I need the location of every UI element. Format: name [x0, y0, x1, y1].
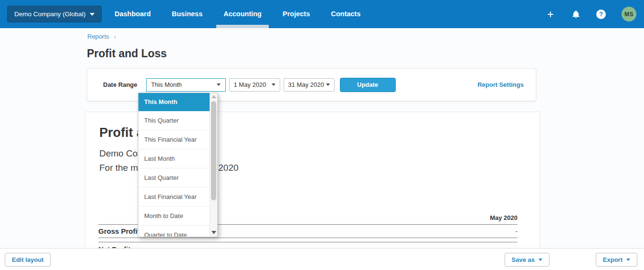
- help-icon[interactable]: ?: [596, 10, 606, 19]
- bell-icon[interactable]: [571, 10, 581, 19]
- chevron-down-icon: [326, 83, 330, 86]
- chevron-down-icon: [538, 259, 542, 261]
- row-value: -: [516, 228, 517, 235]
- nav-item-business[interactable]: Business: [165, 0, 210, 28]
- edit-layout-button[interactable]: Edit layout: [5, 253, 51, 267]
- chevron-down-icon: [272, 83, 275, 86]
- page-title: Profit and Loss: [87, 47, 167, 60]
- edit-layout-label: Edit layout: [12, 256, 43, 263]
- dropdown-option-last-financial-year[interactable]: Last Financial Year: [138, 187, 211, 207]
- breadcrumb-separator: ›: [114, 34, 116, 40]
- company-selector-label: Demo Company (Global): [14, 10, 85, 18]
- nav-item-dashboard[interactable]: Dashboard: [107, 0, 158, 28]
- column-header-period: May 2020: [490, 214, 517, 221]
- date-range-select[interactable]: This Month: [146, 78, 226, 92]
- date-range-label: Date Range: [103, 81, 137, 88]
- dropdown-option-month-to-date[interactable]: Month to Date: [138, 207, 211, 226]
- update-button[interactable]: Update: [340, 78, 396, 92]
- table-divider: [98, 238, 517, 242]
- company-selector[interactable]: Demo Company (Global): [7, 6, 102, 22]
- dropdown-scrollbar[interactable]: [210, 93, 217, 237]
- save-as-label: Save as: [512, 256, 535, 263]
- scrollbar-thumb[interactable]: [211, 101, 216, 200]
- dropdown-option-last-month[interactable]: Last Month: [138, 149, 211, 168]
- scroll-down-icon[interactable]: [211, 231, 216, 234]
- dropdown-options-list: This Month This Quarter This Financial Y…: [138, 93, 211, 237]
- footer-bar: Edit layout Save as Export: [0, 248, 644, 270]
- chevron-down-icon: [217, 83, 221, 86]
- nav-item-projects[interactable]: Projects: [275, 0, 317, 28]
- date-range-dropdown: This Month This Quarter This Financial Y…: [138, 93, 218, 237]
- export-label: Export: [603, 256, 623, 263]
- row-label: Gross Profit: [98, 227, 140, 235]
- dropdown-option-last-quarter[interactable]: Last Quarter: [138, 168, 211, 187]
- date-range-select-value: This Month: [151, 81, 182, 88]
- dropdown-option-quarter-to-date[interactable]: Quarter to Date: [138, 226, 211, 237]
- dropdown-option-this-quarter[interactable]: This Quarter: [138, 111, 211, 130]
- report-settings-link[interactable]: Report Settings: [477, 81, 524, 88]
- chevron-down-icon: [626, 259, 630, 261]
- to-date-field[interactable]: 31 May 2020: [284, 78, 335, 92]
- export-button[interactable]: Export: [596, 253, 637, 267]
- breadcrumb: Reports ›: [87, 33, 116, 40]
- nav-item-contacts[interactable]: Contacts: [324, 0, 368, 28]
- dropdown-option-this-financial-year[interactable]: This Financial Year: [138, 130, 211, 149]
- from-date-field[interactable]: 1 May 2020: [229, 78, 280, 92]
- top-navbar: Demo Company (Global) Dashboard Business…: [0, 0, 644, 28]
- plus-icon[interactable]: +: [545, 9, 556, 20]
- scroll-up-icon[interactable]: [211, 95, 216, 98]
- to-date-value: 31 May 2020: [288, 81, 324, 88]
- chevron-down-icon: [90, 13, 95, 16]
- nav-item-accounting[interactable]: Accounting: [216, 0, 269, 28]
- from-date-value: 1 May 2020: [234, 81, 266, 88]
- avatar[interactable]: MS: [622, 7, 636, 21]
- breadcrumb-reports-link[interactable]: Reports: [87, 33, 109, 40]
- navbar-actions: + ? MS: [545, 0, 636, 28]
- save-as-button[interactable]: Save as: [505, 253, 549, 267]
- main-nav: Dashboard Business Accounting Projects C…: [107, 0, 374, 28]
- dropdown-option-this-month[interactable]: This Month: [138, 93, 211, 111]
